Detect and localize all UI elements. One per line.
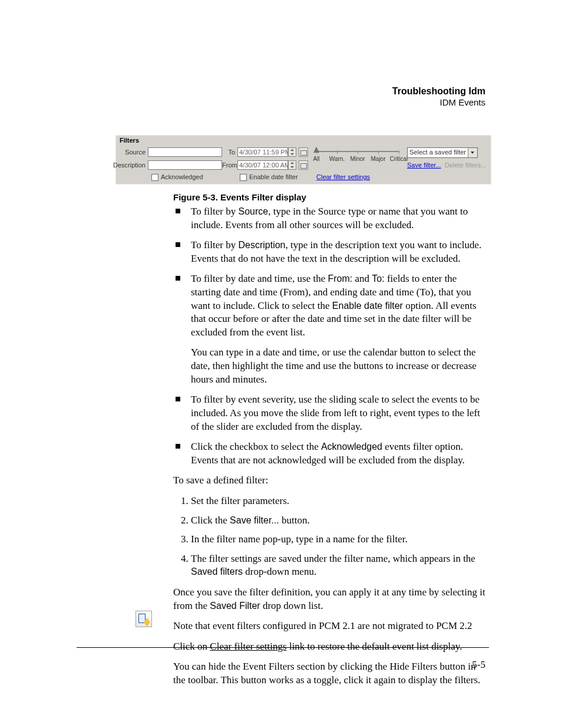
figure-caption: Figure 5-3. Events Filter display <box>173 192 306 202</box>
delete-filters-link: Delete filters... <box>445 162 486 169</box>
acknowledged-checkbox[interactable] <box>151 174 158 181</box>
acknowledged-label: Acknowledged <box>161 173 203 180</box>
description-input[interactable] <box>148 160 222 170</box>
from-date-input[interactable]: 4/30/07 12:00 AM <box>237 160 288 170</box>
para-hide-filters: You can hide the Event Filters section b… <box>173 660 488 687</box>
header-subtitle: IDM Events <box>392 97 485 108</box>
save-intro: To save a defined filter: <box>173 474 488 487</box>
from-calendar-button[interactable] <box>299 160 308 170</box>
enable-date-filter-checkbox[interactable] <box>240 174 247 181</box>
saved-filter-select[interactable]: Select a saved filter <box>407 147 478 158</box>
source-input[interactable] <box>148 147 222 157</box>
footer-rule <box>77 647 489 648</box>
filters-panel-title: Filters <box>120 137 139 144</box>
bullet-ack: Click the checkbox to select the Acknowl… <box>173 440 488 467</box>
header-title: Troubleshooting Idm <box>392 85 485 97</box>
page-header: Troubleshooting Idm IDM Events <box>392 85 485 108</box>
saved-filter-select-text: Select a saved filter <box>409 149 466 156</box>
bullet-description: To filter by Description, type in the de… <box>173 239 488 265</box>
bullet-date: To filter by date and time, use the From… <box>173 272 488 386</box>
para-saved-apply: Once you save the filter definition, you… <box>173 586 488 612</box>
dropdown-arrow-icon <box>468 148 477 157</box>
hide-filters-toolbar-icon <box>135 611 152 627</box>
severity-tick-major: Major <box>371 156 385 162</box>
step-2: Click the Save filter... button. <box>191 514 488 528</box>
source-label: Source <box>118 149 146 156</box>
from-label: From <box>222 162 236 169</box>
from-date-stepper[interactable] <box>288 160 296 170</box>
save-filter-link[interactable]: Save filter... <box>407 162 441 169</box>
to-label: To <box>224 149 235 156</box>
enable-date-filter-label: Enable date filter <box>249 173 298 180</box>
body-content: To filter by Source, type in the Source … <box>173 205 488 694</box>
severity-tick-all: All <box>313 156 319 162</box>
clear-filter-settings-link[interactable]: Clear filter settings <box>316 173 370 180</box>
filters-panel-screenshot: Filters Source To 4/30/07 11:59 PM All W… <box>115 135 491 185</box>
bullet-source: To filter by Source, type in the Source … <box>173 205 488 232</box>
severity-tick-critical: Critical <box>390 156 408 162</box>
bullet-date-subpara: You can type in a date and time, or use … <box>191 346 488 386</box>
bullet-severity: To filter by event severity, use the sli… <box>173 393 488 433</box>
severity-tick-warn: Warn. <box>329 156 345 162</box>
step-3: In the filter name pop-up, type in a nam… <box>191 533 488 546</box>
description-label: Description <box>113 162 146 169</box>
to-date-input[interactable]: 4/30/07 11:59 PM <box>237 147 288 157</box>
page-number: 5-5 <box>472 659 485 671</box>
to-calendar-button[interactable] <box>299 147 308 157</box>
severity-slider[interactable]: All Warn. Minor Major Critical <box>316 147 399 164</box>
step-4: The filter settings are saved under the … <box>191 552 488 579</box>
severity-tick-minor: Minor <box>350 156 365 162</box>
para-migration-note: Note that event filters configured in PC… <box>173 620 488 633</box>
step-1: Set the filter parameters. <box>191 495 488 508</box>
save-steps: Set the filter parameters. Click the Sav… <box>173 495 488 579</box>
to-date-stepper[interactable] <box>288 147 296 157</box>
